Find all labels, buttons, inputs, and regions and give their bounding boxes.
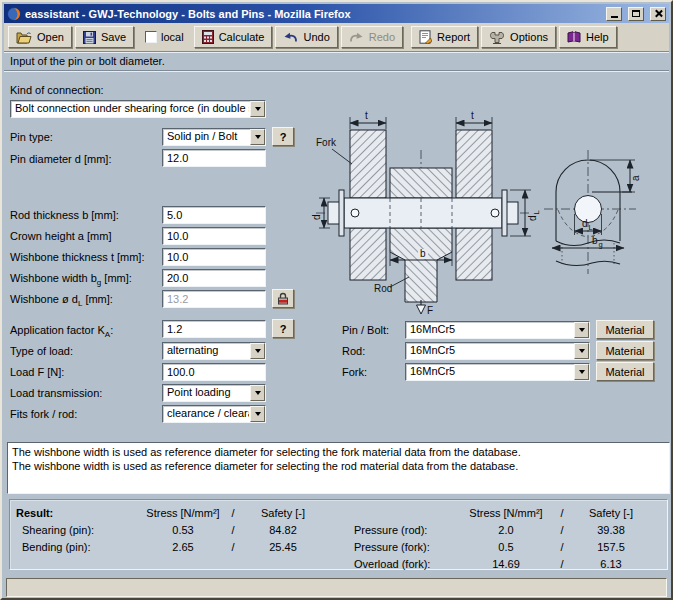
fork-lower-left [350, 228, 386, 280]
dropdown-button[interactable] [250, 129, 265, 145]
result-title: Result: [16, 504, 144, 521]
dropdown-button[interactable] [250, 101, 265, 117]
pin-bolt-material-select[interactable]: 16MnCr5 [405, 321, 590, 339]
dropdown-button[interactable] [250, 406, 265, 422]
chevron-down-icon [255, 349, 261, 353]
help-button[interactable]: Help [559, 26, 617, 48]
slash: / [552, 521, 572, 538]
report-button[interactable]: Report [411, 26, 478, 48]
fork-material-value: 16MnCr5 [406, 364, 573, 379]
undo-button[interactable]: Undo [275, 26, 337, 48]
open-folder-icon [16, 31, 32, 44]
redo-button[interactable]: Redo [341, 26, 403, 48]
svg-text:F: F [427, 305, 433, 316]
result-stress-value: 0.53 [144, 521, 222, 538]
fork-material-button[interactable]: Material [596, 362, 654, 381]
result-safety-value: 6.13 [572, 555, 650, 572]
pin-diameter-input[interactable] [162, 149, 266, 167]
lock-icon [277, 292, 289, 305]
dropdown-button[interactable] [574, 343, 589, 359]
rod-material-value: 16MnCr5 [406, 343, 573, 358]
fork-material-select[interactable]: 16MnCr5 [405, 363, 590, 381]
lock-button[interactable] [272, 289, 294, 308]
slash: / [552, 504, 572, 521]
slash: / [552, 538, 572, 555]
wishbone-width-label: Wishbone width bg [mm]: [10, 272, 132, 287]
close-icon [654, 9, 663, 18]
local-checkbox[interactable] [145, 31, 157, 43]
kind-of-connection-select[interactable]: Bolt connection under shearing force (in… [10, 100, 266, 118]
minimize-button[interactable] [606, 7, 622, 21]
pin-type-label: Pin type: [10, 131, 53, 143]
result-stress-value: 0.5 [460, 538, 552, 555]
open-label: Open [37, 31, 64, 43]
options-button[interactable]: Options [481, 26, 556, 48]
rod-material-select[interactable]: 16MnCr5 [405, 342, 590, 360]
report-label: Report [437, 31, 470, 43]
title-bar: eassistant - GWJ-Technology - Bolts and … [4, 4, 669, 23]
wishbone-thickness-input[interactable] [162, 248, 266, 266]
open-button[interactable]: Open [8, 26, 72, 48]
fork-lower-right [456, 228, 492, 280]
dropdown-button[interactable] [250, 385, 265, 401]
rod-label: Rod [374, 283, 392, 294]
save-button[interactable]: Save [75, 26, 134, 48]
calculate-button[interactable]: Calculate [194, 26, 273, 48]
fork-upper-left [350, 130, 386, 198]
load-transmission-label: Load transmission: [10, 387, 102, 399]
type-of-load-select[interactable]: alternating [162, 342, 266, 360]
result-panel: Result: Stress [N/mm²] / Safety [-] Shea… [9, 499, 668, 570]
local-checkbox-group[interactable]: local [145, 31, 184, 43]
calculator-icon [202, 30, 214, 44]
load-transmission-select[interactable]: Point loading [162, 384, 266, 402]
wishbone-diameter-input [162, 290, 266, 308]
dropdown-button[interactable] [250, 343, 265, 359]
fits-fork-rod-select[interactable]: clearance / clearance [162, 405, 266, 423]
safety-header: Safety [-] [572, 504, 650, 521]
svg-text:a: a [630, 175, 641, 181]
rod-thickness-input[interactable] [162, 206, 266, 224]
result-row-label: Pressure (fork): [348, 538, 460, 555]
result-table-left: Result: Stress [N/mm²] / Safety [-] Shea… [16, 504, 322, 555]
pin-bolt-material-label: Pin / Bolt: [342, 324, 389, 336]
chevron-down-icon [255, 107, 261, 111]
svg-text:d: d [311, 214, 322, 220]
message-box: The wishbone width is used as reference … [7, 442, 670, 494]
fork-label: Fork [316, 137, 337, 148]
rod-material-button[interactable]: Material [596, 341, 654, 360]
dropdown-button[interactable] [574, 322, 589, 338]
pin-diameter-label: Pin diameter d [mm]: [10, 153, 111, 165]
svg-text:b: b [420, 248, 426, 259]
crown-height-input[interactable] [162, 227, 266, 245]
maximize-button[interactable] [628, 7, 644, 21]
pin-type-select[interactable]: Solid pin / Bolt [162, 128, 266, 146]
result-table-right: Stress [N/mm²] / Safety [-] Pressure (ro… [348, 504, 650, 572]
wishbone-width-input[interactable] [162, 269, 266, 287]
chevron-down-icon [255, 412, 261, 416]
stress-header: Stress [N/mm²] [460, 504, 552, 521]
load-input[interactable] [162, 363, 266, 381]
chevron-down-icon [579, 370, 585, 374]
dropdown-button[interactable] [574, 364, 589, 380]
options-tool-icon [489, 31, 505, 44]
svg-text:g: g [599, 240, 603, 249]
application-factor-help-button[interactable]: ? [272, 319, 294, 338]
stress-header: Stress [N/mm²] [144, 504, 222, 521]
options-label: Options [510, 31, 548, 43]
kind-of-connection-label: Kind of connection: [10, 84, 104, 96]
chevron-down-icon [579, 328, 585, 332]
svg-text:t: t [471, 110, 474, 121]
slash: / [222, 521, 244, 538]
result-row-label: Shearing (pin): [16, 521, 144, 538]
application-factor-input[interactable] [162, 320, 266, 338]
svg-text:d: d [527, 215, 538, 221]
fork-material-label: Fork: [342, 366, 367, 378]
redo-arrow-icon [349, 32, 364, 43]
maximize-icon [632, 10, 640, 17]
pin-type-help-button[interactable]: ? [272, 127, 294, 146]
pin-bolt-material-button[interactable]: Material [596, 320, 654, 339]
svg-text:d: d [582, 218, 588, 229]
pin-hole [575, 196, 602, 223]
rod-lower-section [390, 228, 452, 302]
close-button[interactable] [650, 7, 666, 21]
